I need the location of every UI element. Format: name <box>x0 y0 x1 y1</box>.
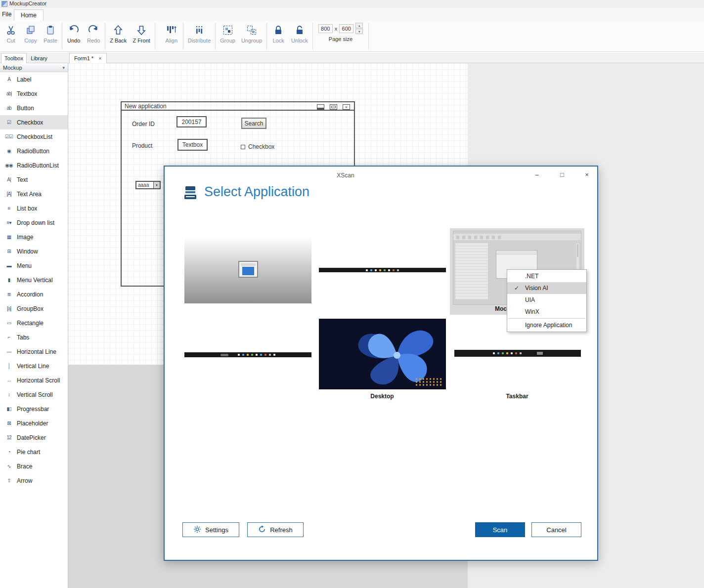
thumbnail-taskbar-right[interactable] <box>454 350 581 357</box>
accordion-icon: ≣ <box>4 292 14 297</box>
toolbox-item-brace[interactable]: ∿Brace <box>0 459 68 473</box>
toolbox-item-radiobutton[interactable]: ◉RadioButton <box>0 144 68 158</box>
page-size-group: 800 x 600 ▴ ▾ Page size <box>314 21 367 51</box>
toolbox-item-horizontal-line[interactable]: —Horizontal Line <box>0 344 68 359</box>
z-back-button[interactable]: Z Back <box>107 21 130 51</box>
toolbox-item-horizontal-scroll[interactable]: ↔Horizontal Scroll <box>0 373 68 387</box>
toolbox-item-pie-chart[interactable]: ◔Pie chart <box>0 445 68 459</box>
tab-form1[interactable]: Form1 * × <box>69 53 107 63</box>
toolbox-item-list-box[interactable]: ≡List box <box>0 201 68 215</box>
toolbox-panel: Mockup ▾ ALabel ab|Textbox abButton ☑Che… <box>0 63 68 588</box>
ribbon-separator <box>368 23 369 49</box>
page-size-times: x <box>335 26 338 32</box>
redo-icon <box>87 24 100 37</box>
toolbox-item-vertical-scroll[interactable]: ↕Vertical Scroll <box>0 387 68 402</box>
align-button[interactable]: Align <box>162 21 181 51</box>
checkbox-sketch[interactable]: Checkbox <box>241 143 274 150</box>
toolbox-item-menu-vertical[interactable]: ▮Menu Vertical <box>0 273 68 287</box>
toolbox-item-vertical-line[interactable]: │Vertical Line <box>0 359 68 373</box>
page-height-input[interactable]: 600 <box>339 24 353 33</box>
toolbox-item-tabs[interactable]: ⌐Tabs <box>0 330 68 344</box>
ribbon-separator <box>312 23 313 49</box>
tab-library[interactable]: Library <box>28 53 50 63</box>
toolbox-item-groupbox[interactable]: [a]GroupBox <box>0 301 68 316</box>
toolbox-item-checkboxlist[interactable]: ☑☑CheckboxList <box>0 129 68 144</box>
ribbon-separator <box>266 23 267 49</box>
spin-up-icon[interactable]: ▴ <box>355 23 363 28</box>
tab-home[interactable]: Home <box>14 9 44 21</box>
toolbox-group-header[interactable]: Mockup ▾ <box>0 63 68 72</box>
order-id-textbox[interactable]: 200157 <box>176 116 207 127</box>
context-menu-item-vision-ai[interactable]: ✓ Vision AI <box>507 282 586 294</box>
scan-button[interactable]: Scan <box>475 522 525 537</box>
distribute-icon <box>193 24 206 37</box>
ungroup-icon <box>245 24 258 37</box>
thumbnail-desktop[interactable] <box>319 319 446 389</box>
taskbar-dot-icon <box>393 269 395 271</box>
search-button-sketch[interactable]: Search <box>241 118 266 129</box>
toolbox-item-checkbox[interactable]: ☑Checkbox <box>0 115 68 129</box>
dialog-minimize-icon[interactable]: – <box>531 171 543 178</box>
redo-button[interactable]: Redo <box>84 21 103 51</box>
thumbnail-taskbar-top[interactable] <box>319 268 446 272</box>
settings-button[interactable]: Settings <box>182 522 239 537</box>
taskbar-dot-icon <box>251 354 253 356</box>
dialog-close-icon[interactable]: × <box>581 171 593 178</box>
tab-toolbox[interactable]: Toolbox <box>1 53 27 63</box>
toolbox-item-progressbar[interactable]: ▮▯Progressbar <box>0 402 68 416</box>
toolbox-item-image[interactable]: ▦Image <box>0 230 68 244</box>
toolbox-item-menu[interactable]: ▬Menu <box>0 258 68 273</box>
app-title: MockupCreator <box>9 0 46 6</box>
toolbox-item-window[interactable]: ⊞Window <box>0 244 68 258</box>
thumbnail-label-taskbar: Taskbar <box>506 393 528 400</box>
product-textbox[interactable]: Textbox <box>177 139 208 151</box>
text-area-icon: [A] <box>4 191 14 197</box>
paste-icon <box>44 24 57 37</box>
order-id-label[interactable]: Order ID <box>132 121 155 127</box>
checkbox-icon: ☑ <box>4 120 14 125</box>
cut-button[interactable]: Cut <box>1 21 21 51</box>
undo-button[interactable]: Undo <box>64 21 84 51</box>
group-button[interactable]: Group <box>217 21 238 51</box>
ungroup-button[interactable]: Ungroup <box>238 21 265 51</box>
distribute-button[interactable]: Distribute <box>185 21 214 51</box>
taskbar-dot-icon <box>497 352 499 354</box>
toolbox-item-drop-down-list[interactable]: ≡▾Drop down list <box>0 215 68 230</box>
z-front-button[interactable]: Z Front <box>130 21 153 51</box>
toolbox-item-rectangle[interactable]: ▭Rectangle <box>0 316 68 330</box>
paste-button[interactable]: Paste <box>41 21 60 51</box>
taskbar-dot-icon <box>520 352 522 354</box>
unlock-button[interactable]: Unlock <box>288 21 311 51</box>
tab-close-icon[interactable]: × <box>98 55 101 61</box>
refresh-button[interactable]: Refresh <box>247 522 304 537</box>
tab-strip: Toolbox Library Form1 * × <box>0 53 704 63</box>
toolbox-item-arrow[interactable]: ⇧Arrow <box>0 473 68 488</box>
lock-button[interactable]: Lock <box>268 21 288 51</box>
spin-down-icon[interactable]: ▾ <box>355 29 363 34</box>
thumbnail-taskbar-left[interactable] <box>184 352 311 357</box>
dropdown-sketch[interactable]: aaaa ▾ <box>135 181 161 189</box>
menu-file[interactable]: File <box>2 11 11 18</box>
toolbox-item-text[interactable]: A|Text <box>0 172 68 187</box>
page-width-input[interactable]: 800 <box>318 24 333 33</box>
context-menu-item-winx[interactable]: WinX <box>507 306 586 318</box>
toolbox-item-button[interactable]: abButton <box>0 101 68 115</box>
checkboxlist-icon: ☑☑ <box>4 134 14 139</box>
context-menu-item-ignore-application[interactable]: Ignore Application <box>507 319 586 331</box>
product-label[interactable]: Product <box>132 142 152 149</box>
gear-icon <box>193 525 201 535</box>
toolbox-item-accordion[interactable]: ≣Accordion <box>0 287 68 301</box>
toolbox-item-text-area[interactable]: [A]Text Area <box>0 187 68 201</box>
toolbox-item-radiobuttonlist[interactable]: ◉◉RadioButtonList <box>0 158 68 172</box>
toolbox-item-textbox[interactable]: ab|Textbox <box>0 86 68 101</box>
thumbnail-default-window[interactable] <box>184 237 311 303</box>
context-menu-item-uia[interactable]: UIA <box>507 294 586 306</box>
sketch-close-icon: × <box>343 104 350 110</box>
toolbox-item-datepicker[interactable]: 12DatePicker <box>0 430 68 445</box>
toolbox-item-placeholder[interactable]: ⊠Placeholder <box>0 416 68 430</box>
toolbox-item-label[interactable]: ALabel <box>0 72 68 86</box>
copy-button[interactable]: Copy <box>21 21 41 51</box>
cancel-button[interactable]: Cancel <box>531 522 581 537</box>
context-menu-item-net[interactable]: .NET <box>507 270 586 282</box>
dialog-maximize-icon[interactable]: □ <box>556 171 568 178</box>
